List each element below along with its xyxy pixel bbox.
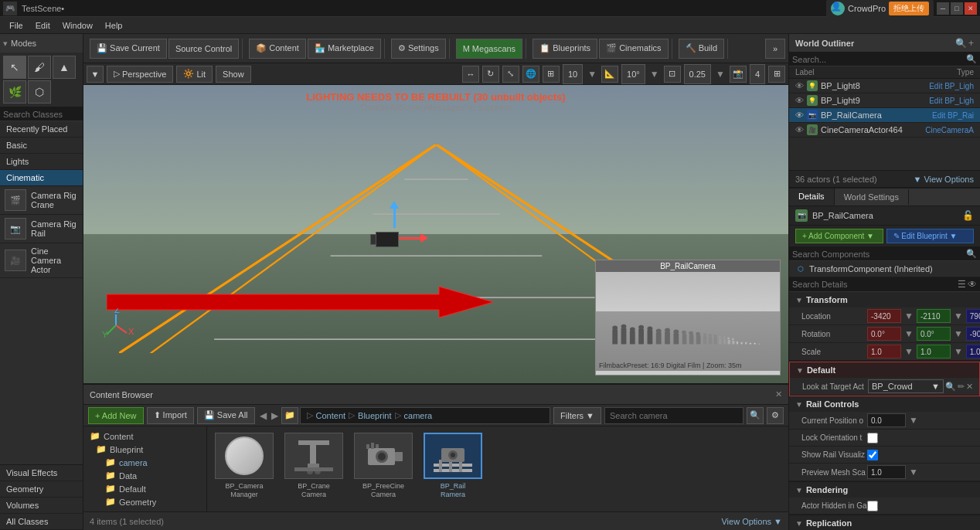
- outliner-row-light9[interactable]: 👁 💡 BP_Light9 Edit BP_Ligh: [789, 93, 980, 108]
- look-at-clear-icon[interactable]: ✕: [966, 382, 973, 392]
- location-z-input[interactable]: [966, 309, 980, 323]
- cb-item-rail-camera[interactable]: BP_RailRamera: [422, 433, 484, 499]
- location-x-arrow[interactable]: ▼: [903, 309, 915, 323]
- cb-path-camera[interactable]: camera: [404, 411, 433, 420]
- scale-x-arrow[interactable]: ▼: [903, 345, 915, 358]
- search-components-input[interactable]: [792, 250, 966, 259]
- outliner-search-icon[interactable]: 🔍: [955, 38, 967, 49]
- snap-button[interactable]: ⊞: [543, 66, 560, 83]
- actor-hidden-checkbox[interactable]: [867, 501, 878, 511]
- minimize-button[interactable]: ─: [937, 2, 949, 15]
- snap-grid-arrow[interactable]: ▼: [586, 69, 598, 80]
- nav-lights[interactable]: Lights: [0, 154, 83, 170]
- replication-header[interactable]: ▼ Replication: [789, 515, 980, 530]
- search-details-input[interactable]: [792, 280, 958, 289]
- lit-button[interactable]: 🔆 Lit: [176, 66, 213, 83]
- cb-search-input[interactable]: [604, 407, 744, 424]
- scale-x-input[interactable]: [867, 345, 901, 358]
- cb-item-freecine-camera[interactable]: BP_FreeCineCamera: [352, 433, 414, 499]
- viewport-menu-button[interactable]: ▼: [87, 66, 104, 83]
- nav-forward-button[interactable]: ▶: [270, 410, 280, 421]
- scale-snap-button[interactable]: ⊡: [664, 66, 681, 83]
- tool-select[interactable]: ↖: [3, 56, 26, 79]
- menu-help[interactable]: Help: [99, 19, 129, 32]
- angle-snap-arrow[interactable]: ▼: [648, 69, 661, 80]
- rotation-x-arrow[interactable]: ▼: [903, 327, 915, 341]
- nav-visual-effects[interactable]: Visual Effects: [0, 465, 83, 481]
- expand-toolbar-button[interactable]: »: [765, 39, 785, 59]
- cinematics-button[interactable]: 🎬 Cinematics: [599, 39, 668, 59]
- import-button[interactable]: ⬆ Import: [147, 407, 194, 424]
- nav-all-classes[interactable]: All Classes: [0, 514, 83, 530]
- cb-search-go-button[interactable]: 🔍: [747, 407, 764, 424]
- tool-foliage[interactable]: 🌿: [3, 80, 26, 104]
- search-details-eye-icon[interactable]: 👁: [968, 279, 977, 290]
- blueprints-button[interactable]: 📋 Blueprints: [533, 39, 597, 59]
- content-button[interactable]: 📦 Content: [249, 39, 306, 59]
- add-component-button[interactable]: + Add Component ▼: [795, 229, 883, 243]
- location-y-input[interactable]: [917, 309, 951, 323]
- list-item-cine[interactable]: 🎥 Cine Camera Actor: [0, 243, 83, 278]
- scale-snap-arrow[interactable]: ▼: [714, 69, 726, 80]
- nav-recently-placed[interactable]: Recently Placed: [0, 121, 83, 138]
- tool-paint[interactable]: 🖌: [28, 56, 51, 79]
- default-section-header[interactable]: ▼ Default: [790, 362, 979, 378]
- nav-back-button[interactable]: ◀: [258, 410, 268, 421]
- tool-mesh[interactable]: ⬡: [28, 80, 51, 104]
- scale-z-input[interactable]: [966, 345, 980, 358]
- transform-section-header[interactable]: ▼ Transform: [789, 292, 980, 307]
- content-browser-close[interactable]: ✕: [775, 389, 782, 399]
- look-at-search-icon[interactable]: 🔍: [945, 382, 956, 392]
- cb-tree-geometry[interactable]: 📁 Geometry: [83, 495, 206, 508]
- location-y-arrow[interactable]: ▼: [952, 309, 965, 323]
- current-pos-arrow[interactable]: ▼: [907, 415, 920, 426]
- look-at-dropdown[interactable]: BP_Crowd ▼: [868, 379, 944, 393]
- source-control-button[interactable]: Source Control: [168, 39, 239, 59]
- rotation-x-input[interactable]: [867, 327, 901, 341]
- outliner-row-light8[interactable]: 👁 💡 BP_Light8 Edit BP_Ligh: [789, 79, 980, 93]
- translate-button[interactable]: ↔: [462, 66, 479, 83]
- megascans-button[interactable]: M Megascans: [456, 39, 522, 59]
- cb-tree-camera[interactable]: 📁 camera: [83, 456, 206, 469]
- list-item-rail[interactable]: 📷 Camera Rig Rail: [0, 215, 83, 243]
- nav-cinematic[interactable]: Cinematic: [0, 170, 83, 186]
- list-item-crane[interactable]: 🎬 Camera Rig Crane: [0, 186, 83, 215]
- cb-path-content[interactable]: Content: [316, 411, 346, 420]
- scale-y-input[interactable]: [917, 345, 951, 358]
- tab-world-settings[interactable]: World Settings: [835, 189, 909, 205]
- cb-path-blueprint[interactable]: Blueprint: [358, 411, 391, 420]
- maximize-button[interactable]: □: [951, 2, 963, 15]
- nav-volumes[interactable]: Volumes: [0, 498, 83, 514]
- rotation-z-input[interactable]: [966, 327, 980, 341]
- outliner-row-cinecamera[interactable]: 👁 🎥 CineCameraActor464 CineCameraA: [789, 123, 980, 138]
- cb-tree-blueprint[interactable]: 📁 Blueprint: [83, 443, 206, 456]
- marketplace-button[interactable]: 🏪 Marketplace: [308, 39, 381, 59]
- cb-tree-content[interactable]: 📁 Content: [83, 430, 206, 443]
- settings-button[interactable]: ⚙ Settings: [391, 39, 446, 59]
- look-at-edit-icon[interactable]: ✏: [958, 382, 965, 392]
- outliner-search-input[interactable]: [792, 55, 966, 64]
- lock-orient-checkbox[interactable]: [867, 433, 878, 443]
- upload-button[interactable]: 拒绝上传: [889, 2, 929, 15]
- location-x-input[interactable]: [867, 309, 901, 323]
- scale-y-arrow[interactable]: ▼: [952, 345, 965, 358]
- add-new-button[interactable]: + Add New: [88, 407, 144, 424]
- nav-geometry[interactable]: Geometry: [0, 481, 83, 498]
- close-button[interactable]: ✕: [965, 2, 977, 15]
- cb-tree-data[interactable]: 📁 Data: [83, 469, 206, 482]
- tab-details[interactable]: Details: [789, 189, 835, 206]
- maximize-viewport-button[interactable]: ⊞: [768, 66, 785, 83]
- show-rail-checkbox[interactable]: [867, 450, 878, 460]
- actor-lock-icon[interactable]: 🔓: [962, 210, 974, 221]
- build-button[interactable]: 🔨 Build: [679, 39, 725, 59]
- angle-snap-button[interactable]: 📐: [601, 66, 618, 83]
- preview-mesh-arrow[interactable]: ▼: [907, 467, 920, 477]
- rotation-y-arrow[interactable]: ▼: [952, 327, 965, 341]
- scale-button[interactable]: ⤡: [502, 66, 519, 83]
- cb-settings-button[interactable]: ⚙: [767, 407, 784, 424]
- search-details-filter-icon[interactable]: ☰: [958, 279, 966, 290]
- outliner-add-icon[interactable]: +: [968, 38, 974, 49]
- current-pos-input[interactable]: [867, 413, 906, 427]
- cb-item-camera-manager[interactable]: BP_CameraManager: [213, 433, 275, 499]
- menu-edit[interactable]: Edit: [29, 19, 56, 32]
